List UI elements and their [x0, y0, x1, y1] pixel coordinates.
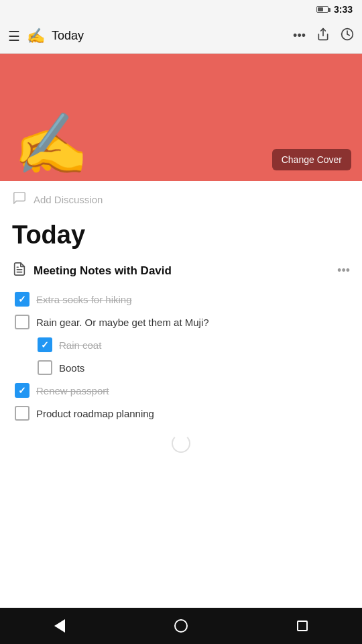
top-nav: ☰ ✍️ Today •••	[0, 19, 362, 54]
check-label-item5: Renew passport	[36, 385, 109, 396]
hamburger-icon[interactable]: ☰	[8, 28, 20, 44]
note-document-icon	[12, 262, 27, 280]
note-item-left: Meeting Notes with David	[12, 262, 172, 280]
list-item: Product roadmap planning	[15, 402, 350, 425]
loading-spinner	[172, 434, 190, 453]
check-label-item2: Rain gear. Or maybe get them at Muji?	[36, 317, 209, 328]
add-discussion-row[interactable]: Add Discussion	[12, 181, 350, 215]
checkbox-item2[interactable]	[15, 315, 29, 329]
cover-emoji: ✍️	[13, 114, 88, 174]
checkbox-item1[interactable]	[15, 292, 29, 307]
history-icon[interactable]	[341, 28, 354, 44]
page-title: Today	[12, 215, 350, 262]
cover-banner: ✍️ Change Cover	[0, 54, 362, 181]
note-title: Meeting Notes with David	[34, 264, 172, 278]
share-icon[interactable]	[316, 28, 330, 44]
more-options-icon[interactable]: •••	[293, 29, 306, 43]
list-item: Rain coat	[15, 333, 350, 356]
nav-left: ☰ ✍️ Today	[8, 28, 293, 45]
add-discussion-label: Add Discussion	[34, 194, 103, 205]
check-label-item1: Extra socks for hiking	[36, 294, 132, 305]
status-time: 3:33	[334, 4, 353, 15]
check-label-item3: Rain coat	[59, 339, 101, 351]
change-cover-button[interactable]: Change Cover	[272, 149, 351, 170]
list-item: Boots	[15, 356, 350, 379]
note-item-header: Meeting Notes with David •••	[12, 262, 350, 280]
battery-icon	[316, 6, 328, 13]
nav-right: •••	[293, 28, 354, 44]
checkbox-item4[interactable]	[38, 360, 52, 375]
discussion-icon	[12, 191, 27, 209]
check-label-item6: Product roadmap planning	[36, 408, 154, 419]
note-more-options-icon[interactable]: •••	[337, 264, 350, 278]
content-area: Add Discussion Today Meeting Notes with …	[0, 181, 362, 455]
status-bar: 3:33	[0, 0, 362, 19]
recent-apps-button[interactable]	[297, 621, 308, 631]
system-nav	[0, 608, 362, 644]
nav-title: Today	[52, 29, 84, 43]
app-logo-icon: ✍️	[27, 28, 45, 45]
check-label-item4: Boots	[59, 362, 84, 374]
list-item: Extra socks for hiking	[15, 288, 350, 311]
checkbox-item6[interactable]	[15, 406, 29, 421]
back-button[interactable]	[54, 619, 65, 633]
home-button[interactable]	[174, 619, 188, 633]
checklist: Extra socks for hiking Rain gear. Or may…	[12, 288, 350, 425]
list-item: Rain gear. Or maybe get them at Muji?	[15, 311, 350, 333]
loading-area	[12, 429, 350, 455]
list-item: Renew passport	[15, 379, 350, 402]
checkbox-item3[interactable]	[38, 337, 52, 352]
checkbox-item5[interactable]	[15, 383, 29, 398]
